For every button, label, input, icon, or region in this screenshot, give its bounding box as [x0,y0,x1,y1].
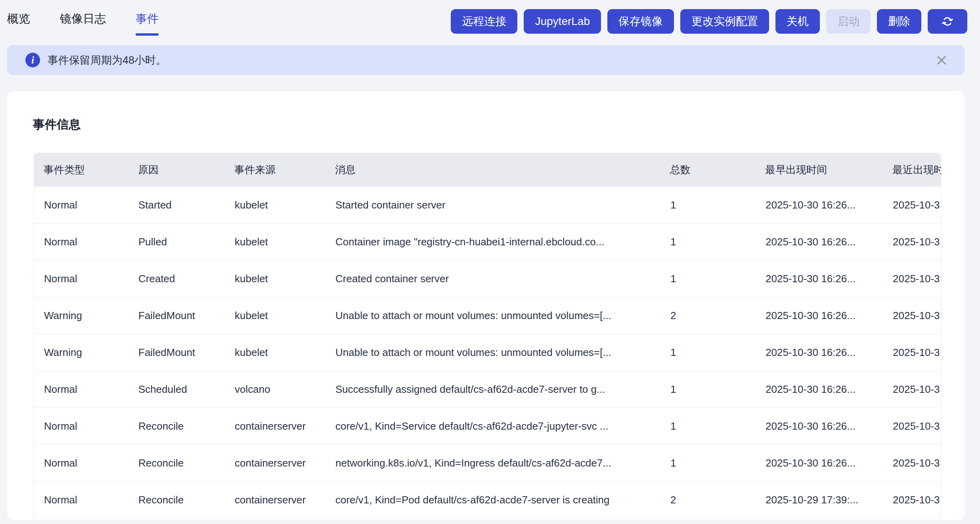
jupyterlab-button[interactable]: JupyterLab [524,9,601,34]
table-row[interactable]: WarningFailedMountkubeletUnable to attac… [34,297,941,334]
table-cell: 2025-10-30 16:26... [756,371,883,407]
table-cell: Successfully assigned default/cs-af62d-a… [325,371,660,407]
table-cell: Reconcile [128,482,225,518]
tab-image-log[interactable]: 镜像日志 [60,11,106,36]
table-cell: Pulled [128,224,225,260]
save-image-button[interactable]: 保存镜像 [607,9,674,34]
table-row[interactable]: NormalScheduledvolcanoSuccessfully assig… [34,371,941,408]
close-icon [936,54,947,66]
action-buttons: 远程连接JupyterLab保存镜像更改实例配置关机启动删除 [451,9,967,34]
table-cell: 2025-10-3 [883,408,941,444]
table-cell: 2025-10-3 [883,224,941,260]
table-cell: 2025-10-30 16:26... [756,408,883,444]
delete-button[interactable]: 删除 [877,9,921,34]
table-cell: 2025-10-30 16:26... [756,297,883,334]
change-instance-config-button[interactable]: 更改实例配置 [680,9,769,34]
shutdown-button[interactable]: 关机 [775,9,820,34]
table-cell: kubelet [225,260,325,297]
table-row[interactable]: NormalReconcilecontainerservernetworking… [34,445,941,482]
table-cell: 1 [660,445,756,481]
tab-overview[interactable]: 概览 [7,11,30,36]
table-cell: Normal [34,187,128,223]
table-row[interactable]: NormalCreatedkubeletCreated container se… [34,260,941,297]
table-cell: 1 [660,187,756,223]
table-cell: containerserver [225,482,325,518]
table-cell: Container image "registry-cn-huabei1-int… [325,224,660,260]
table-cell: Normal [34,408,128,444]
table-cell: 1 [660,260,756,297]
instance-detail-page: 概览镜像日志事件 远程连接JupyterLab保存镜像更改实例配置关机启动删除 [0,0,980,524]
table-row[interactable]: NormalStartedkubeletStarted container se… [34,187,941,224]
table-cell: 2 [660,297,756,334]
table-cell: core/v1, Kind=Service default/cs-af62d-a… [325,408,660,444]
table-cell: 2025-10-30 16:26... [756,187,883,223]
table-cell: Warning [34,297,128,334]
tab-bar: 概览镜像日志事件 [7,11,159,36]
table-cell: 1 [660,224,756,260]
table-cell: 2025-10-3 [883,371,941,407]
table-cell: networking.k8s.io/v1, Kind=Ingress defau… [325,445,660,481]
start-button[interactable]: 启动 [826,9,871,34]
table-cell: 2025-10-3 [883,297,941,334]
table-cell: core/v1, Kind=Pod default/cs-af62d-acde7… [325,482,660,518]
table-cell: 1 [660,334,756,371]
table-cell: Started container server [325,187,660,223]
table-cell: Normal [34,260,128,297]
table-cell: Created [128,260,225,297]
column-header: 最近出现时间 [882,153,941,187]
events-card: 事件信息 事件类型原因事件来源消息总数最早出现时间最近出现时间 NormalSt… [7,91,965,520]
tab-events[interactable]: 事件 [136,11,159,36]
table-cell: kubelet [225,224,325,260]
refresh-icon [940,14,955,29]
table-cell: Started [128,187,225,223]
table-row[interactable]: NormalPulledkubeletContainer image "regi… [34,224,941,260]
table-cell: 1 [660,371,756,407]
table-cell: FailedMount [128,297,225,334]
section-title: 事件信息 [33,117,80,133]
table-cell: 2025-10-30 16:26... [756,260,883,297]
table-cell: Normal [34,371,128,407]
refresh-button[interactable] [928,9,967,34]
table-cell: Scheduled [128,371,225,407]
table-cell: kubelet [225,334,325,371]
table-cell: 2025-10-3 [883,334,941,371]
column-header: 原因 [128,153,224,187]
column-header: 消息 [325,153,660,187]
table-cell: 2025-10-30 16:26... [756,334,883,371]
table-cell: Reconcile [128,445,225,481]
column-header: 事件来源 [224,153,325,187]
table-cell: 2025-10-30 16:26... [756,224,883,260]
banner-close-button[interactable] [933,52,950,69]
table-cell: Normal [34,224,128,260]
table-cell: Created container server [325,260,660,297]
table-cell: 2025-10-3 [883,482,941,518]
table-row[interactable]: WarningFailedMountkubeletUnable to attac… [34,334,941,371]
table-cell: Unable to attach or mount volumes: unmou… [325,297,660,334]
table-body: NormalStartedkubeletStarted container se… [34,187,941,518]
column-header: 最早出现时间 [755,153,882,187]
info-banner: i 事件保留周期为48小时。 [7,45,965,75]
column-header: 总数 [660,153,755,187]
table-cell: 2025-10-3 [883,187,941,223]
table-cell: 2025-10-3 [883,445,941,481]
table-cell: volcano [225,371,325,407]
table-row[interactable]: NormalReconcilecontainerservercore/v1, K… [34,482,941,518]
table-row[interactable]: NormalReconcilecontainerservercore/v1, K… [34,408,941,445]
banner-text: 事件保留周期为48小时。 [48,53,167,67]
remote-connect-button[interactable]: 远程连接 [451,9,517,34]
table-cell: kubelet [225,187,325,223]
table-cell: Unable to attach or mount volumes: unmou… [325,334,660,371]
table-header-row: 事件类型原因事件来源消息总数最早出现时间最近出现时间 [34,153,941,187]
table-cell: containerserver [225,445,325,481]
table-cell: 2025-10-3 [883,260,941,297]
table-cell: 1 [660,408,756,444]
table-cell: Reconcile [128,408,225,444]
table-cell: Normal [34,445,128,481]
info-icon: i [25,53,40,67]
column-header: 事件类型 [34,153,128,187]
table-cell: 2025-10-30 16:26... [756,445,883,481]
events-table: 事件类型原因事件来源消息总数最早出现时间最近出现时间 NormalStarted… [34,153,941,518]
table-cell: Warning [34,334,128,371]
table-cell: containerserver [225,408,325,444]
table-cell: kubelet [225,297,325,334]
